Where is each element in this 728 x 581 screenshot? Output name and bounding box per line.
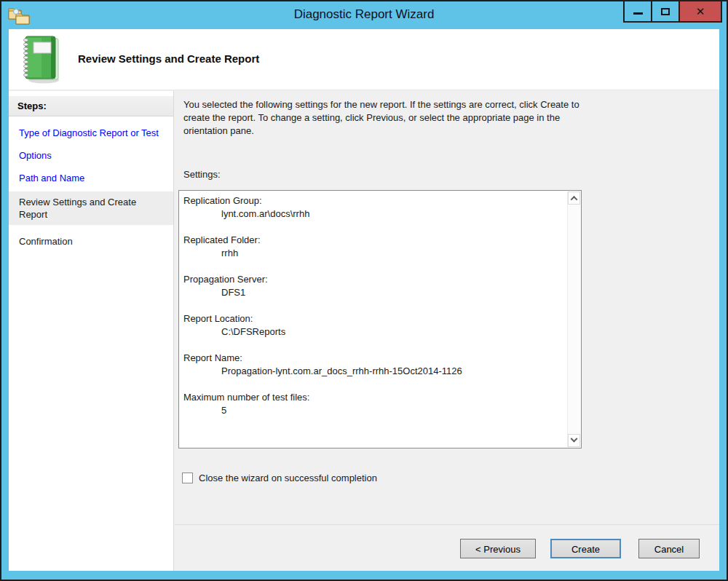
setting-label: Replicated Folder: <box>183 234 564 247</box>
setting-label: Replication Group: <box>183 194 564 208</box>
main-pane: You selected the following settings for … <box>175 91 719 571</box>
setting-value: lynt.com.ar\docs\rrhh <box>183 208 564 221</box>
close-icon: ✕ <box>696 6 705 17</box>
setting-value: rrhh <box>183 247 564 260</box>
steps-sidebar: Steps: Type of Diagnostic Report or Test… <box>9 91 174 571</box>
close-wizard-checkbox-label: Close the wizard on successful completio… <box>199 473 377 483</box>
setting-label: Maximum number of test files: <box>183 391 564 404</box>
intro-text: You selected the following settings for … <box>183 98 588 138</box>
close-wizard-checkbox[interactable] <box>182 473 193 483</box>
sidebar-step-3[interactable]: Path and Name <box>9 172 173 184</box>
page-title: Review Settings and Create Report <box>78 52 259 65</box>
settings-spacer <box>183 378 564 391</box>
maximize-icon <box>661 8 670 15</box>
settings-spacer <box>183 299 564 312</box>
cancel-button[interactable]: Cancel <box>638 539 700 558</box>
maximize-button[interactable] <box>651 0 680 23</box>
setting-value: Propagation-lynt.com.ar_docs_rrhh-rrhh-1… <box>183 365 564 378</box>
create-button[interactable]: Create <box>550 539 621 558</box>
settings-spacer <box>183 339 564 352</box>
wizard-client-area: Review Settings and Create Report Steps:… <box>9 29 719 571</box>
close-button[interactable]: ✕ <box>678 0 722 23</box>
close-wizard-checkbox-row[interactable]: Close the wizard on successful completio… <box>182 471 377 484</box>
button-bar: < Previous Create Cancel <box>175 524 719 571</box>
wizard-window: Diagnostic Report Wizard ✕ <box>0 0 728 581</box>
settings-summary-box: Replication Group:lynt.com.ar\docs\rrhhR… <box>178 190 582 448</box>
sidebar-step-4: Review Settings and Create Report <box>9 191 173 225</box>
settings-scrollbar[interactable] <box>567 191 580 447</box>
setting-label: Propagation Server: <box>183 273 564 286</box>
titlebar[interactable]: Diagnostic Report Wizard ✕ <box>1 1 727 29</box>
setting-value: C:\DFSReports <box>183 325 564 339</box>
sidebar-step-5: Confirmation <box>9 235 173 248</box>
green-report-book-icon <box>17 34 63 85</box>
settings-spacer <box>183 221 564 234</box>
chevron-down-icon <box>571 435 578 442</box>
previous-button[interactable]: < Previous <box>460 539 536 558</box>
setting-label: Report Name: <box>183 352 564 365</box>
settings-spacer <box>183 260 564 273</box>
scroll-down-button[interactable] <box>568 434 580 447</box>
settings-spacer <box>183 417 564 430</box>
sidebar-step-1[interactable]: Type of Diagnostic Report or Test <box>9 127 173 139</box>
setting-value: 5 <box>183 404 564 417</box>
settings-label: Settings: <box>183 169 221 180</box>
wizard-body: Steps: Type of Diagnostic Report or Test… <box>9 91 719 571</box>
minimize-button[interactable] <box>623 0 652 23</box>
window-controls: ✕ <box>625 0 722 23</box>
wizard-header: Review Settings and Create Report <box>9 29 719 90</box>
settings-content: Replication Group:lynt.com.ar\docs\rrhhR… <box>179 191 567 448</box>
setting-label: Report Location: <box>183 312 564 325</box>
setting-value: DFS1 <box>183 286 564 299</box>
chevron-up-icon <box>571 195 578 202</box>
window-title: Diagnostic Report Wizard <box>1 1 727 29</box>
scroll-up-button[interactable] <box>568 191 580 205</box>
sidebar-step-2[interactable]: Options <box>9 149 173 162</box>
steps-list: Type of Diagnostic Report or TestOptions… <box>9 127 173 248</box>
steps-heading: Steps: <box>9 96 173 116</box>
minimize-icon <box>633 12 643 15</box>
